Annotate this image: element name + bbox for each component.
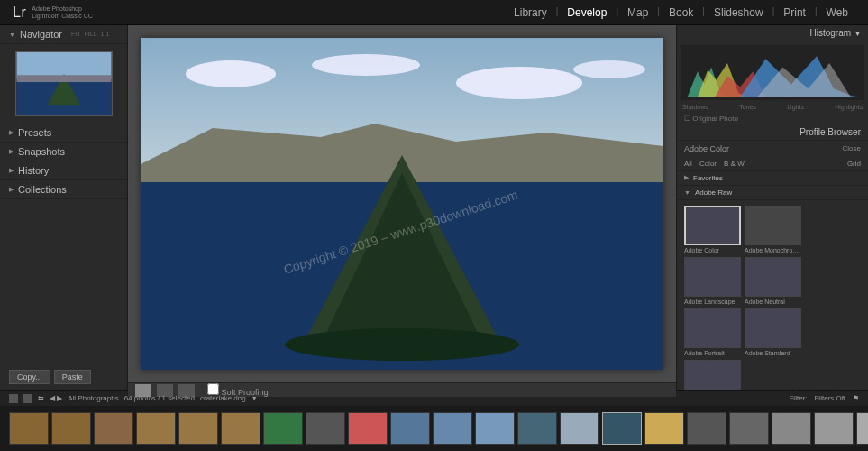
- left-panel: ▼ Navigator FIT FILL 1:1 ▶Presets ▶Snaps…: [0, 25, 128, 390]
- app-topbar: Lr Adobe Photoshop Lightroom Classic CC …: [0, 0, 868, 25]
- filmstrip-thumb[interactable]: [51, 412, 91, 445]
- filmstrip-thumb[interactable]: [94, 412, 133, 445]
- original-photo-label: Original Photo: [692, 115, 738, 123]
- filmstrip-thumb[interactable]: [644, 412, 684, 445]
- profile-adobe-landscape[interactable]: Adobe Landscape: [684, 257, 741, 305]
- profile-adobe-color[interactable]: Adobe Color: [684, 206, 741, 253]
- filmstrip-thumb[interactable]: [9, 412, 49, 445]
- adobe-raw-section[interactable]: ▼Adobe Raw: [677, 186, 868, 200]
- collections-panel[interactable]: ▶Collections: [0, 180, 127, 199]
- module-slideshow[interactable]: Slideshow: [707, 3, 771, 23]
- filters-off[interactable]: Filters Off: [814, 394, 845, 402]
- logo-mark: Lr: [13, 5, 26, 21]
- copy-button[interactable]: Copy...: [9, 370, 50, 384]
- profile-adobe-neutral[interactable]: Adobe Neutral: [745, 257, 801, 305]
- collections-label: Collections: [18, 184, 67, 195]
- filmstrip-thumb[interactable]: [729, 412, 769, 445]
- chevron-right-icon: ▶: [9, 129, 14, 136]
- filmstrip-thumb[interactable]: [560, 412, 599, 445]
- main-photo: Copyright © 2019 – www.p30download.com: [141, 38, 663, 370]
- filmstrip-thumb-active[interactable]: [602, 412, 642, 445]
- main-area: ▼ Navigator FIT FILL 1:1 ▶Presets ▶Snaps…: [0, 25, 868, 390]
- profile-adobe-vivid[interactable]: Adobe Vivid: [684, 360, 741, 390]
- module-develop[interactable]: Develop: [560, 3, 614, 23]
- adobe-raw-label: Adobe Raw: [695, 189, 732, 197]
- logo-line1: Adobe Photoshop: [32, 5, 93, 13]
- filter-color[interactable]: Color: [699, 160, 717, 168]
- favorites-label: Favorites: [693, 174, 723, 182]
- navigator-title: Navigator: [20, 29, 62, 40]
- profile-filter-row: All Color B & W Grid: [677, 157, 868, 171]
- favorites-section[interactable]: ▶Favorites: [677, 171, 868, 186]
- chevron-down-icon: ▼: [684, 189, 690, 196]
- filmstrip-thumb[interactable]: [221, 412, 260, 445]
- profile-adobe-portrait[interactable]: Adobe Portrait: [684, 308, 741, 356]
- filmstrip-thumb[interactable]: [348, 412, 388, 445]
- filmstrip-thumb[interactable]: [517, 412, 557, 445]
- profile-selected-row: Adobe Color Close: [677, 141, 868, 157]
- original-photo-row[interactable]: ☐ Original Photo: [677, 113, 868, 124]
- navigator-preview[interactable]: [15, 51, 113, 116]
- profile-selected: Adobe Color: [684, 144, 729, 153]
- profile-close-link[interactable]: Close: [843, 144, 861, 152]
- module-web[interactable]: Web: [819, 3, 855, 23]
- history-label: History: [18, 165, 49, 176]
- filmstrip-thumb[interactable]: [178, 412, 218, 445]
- paste-button[interactable]: Paste: [54, 370, 91, 384]
- filmstrip[interactable]: [0, 406, 868, 451]
- chevron-right-icon: ▶: [9, 186, 14, 193]
- navigator-panel-header[interactable]: ▼ Navigator FIT FILL 1:1: [0, 25, 127, 44]
- secondary-display-icon[interactable]: [23, 394, 32, 403]
- profile-browser-header[interactable]: Profile Browser: [677, 124, 868, 141]
- chevron-down-icon[interactable]: ▼: [251, 395, 258, 401]
- histogram-chart[interactable]: [681, 45, 864, 100]
- nav-1to1[interactable]: 1:1: [101, 31, 110, 37]
- snapshots-panel[interactable]: ▶Snapshots: [0, 143, 127, 161]
- filmstrip-thumb[interactable]: [856, 412, 868, 445]
- presets-label: Presets: [18, 127, 51, 138]
- center-canvas-area: Copyright © 2019 – www.p30download.com S…: [128, 25, 676, 390]
- presets-panel[interactable]: ▶Presets: [0, 124, 127, 143]
- image-canvas[interactable]: Copyright © 2019 – www.p30download.com: [128, 25, 676, 382]
- double-arrow-icon[interactable]: ⇆: [38, 394, 44, 402]
- histogram-title: Histogram: [809, 28, 851, 38]
- logo-subtitle: Adobe Photoshop Lightroom Classic CC: [32, 5, 93, 19]
- nav-arrow-icon[interactable]: ◀ ▶: [50, 394, 62, 402]
- chevron-down-icon: ▼: [9, 32, 15, 38]
- history-panel[interactable]: ▶History: [0, 161, 127, 180]
- filmstrip-source[interactable]: All Photographs: [68, 394, 118, 402]
- svg-point-8: [573, 60, 645, 78]
- filmstrip-thumb[interactable]: [390, 412, 430, 445]
- filmstrip-thumb[interactable]: [433, 412, 472, 445]
- right-panel: Histogram▼ Shadows Tones Lights Highligh…: [676, 25, 868, 390]
- module-book[interactable]: Book: [662, 3, 700, 23]
- grid-view-icon[interactable]: [9, 394, 18, 403]
- module-library[interactable]: Library: [507, 3, 554, 23]
- filmstrip-thumb[interactable]: [306, 412, 345, 445]
- filter-lock-icon[interactable]: ⚑: [853, 394, 859, 402]
- histogram-zone-labels: Shadows Tones Lights Highlights: [677, 104, 868, 113]
- nav-fill[interactable]: FILL: [85, 31, 97, 37]
- svg-point-5: [186, 60, 276, 87]
- filter-label: Filter:: [789, 394, 807, 402]
- profile-adobe-monochrome[interactable]: Adobe Monochrome: [745, 206, 801, 253]
- profile-adobe-standard[interactable]: Adobe Standard: [745, 308, 801, 356]
- module-picker: Library| Develop| Map| Book| Slideshow| …: [507, 3, 855, 23]
- filter-bw[interactable]: B & W: [724, 160, 745, 168]
- filmstrip-thumb[interactable]: [136, 412, 176, 445]
- filter-grid[interactable]: Grid: [847, 160, 861, 168]
- svg-point-7: [456, 67, 582, 99]
- histogram-header[interactable]: Histogram▼: [677, 25, 868, 41]
- filmstrip-thumb[interactable]: [814, 412, 854, 445]
- module-print[interactable]: Print: [776, 3, 813, 23]
- filter-all[interactable]: All: [684, 160, 692, 168]
- filmstrip-thumb[interactable]: [475, 412, 515, 445]
- profile-browser-title: Profile Browser: [799, 127, 861, 137]
- filmstrip-count: 64 photos / 1 selected: [124, 394, 195, 402]
- nav-fit[interactable]: FIT: [71, 31, 81, 37]
- filmstrip-thumb[interactable]: [772, 412, 811, 445]
- chevron-right-icon: ▶: [9, 167, 14, 174]
- filmstrip-thumb[interactable]: [687, 412, 726, 445]
- module-map[interactable]: Map: [620, 3, 655, 23]
- filmstrip-thumb[interactable]: [263, 412, 303, 445]
